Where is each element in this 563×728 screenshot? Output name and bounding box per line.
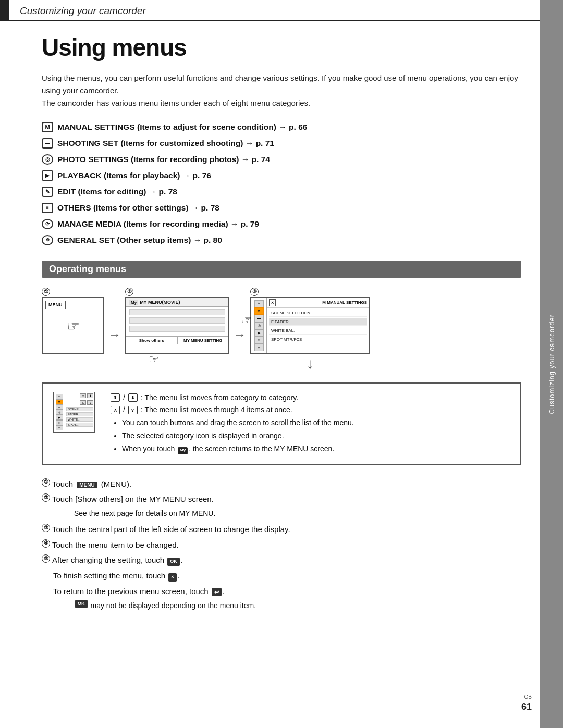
page-title: Using menus xyxy=(42,33,521,61)
mini-ctrl-up2: ∧ xyxy=(80,400,86,405)
instruction-2-sub: See the next page for details on MY MENU… xyxy=(53,508,521,521)
screen3-item: WHITE BAL. xyxy=(269,327,367,335)
diagram-step-3: ③ ^ M ▬ ◎ ▶ ≡ v xyxy=(250,287,370,372)
screen3-menu-list: × M MANUAL SETTINGS SCENE SELECTION F FA… xyxy=(267,298,369,353)
bullet-2: The selected category icon is displayed … xyxy=(122,429,510,442)
mini-ctrl-up: ⬆ xyxy=(80,393,86,398)
screen3-header: × M MANUAL SETTINGS xyxy=(267,298,369,308)
shooting-set-icon: ▬ xyxy=(42,138,53,149)
screen2-item xyxy=(129,309,225,315)
page-content: Using menus Using the menus, you can per… xyxy=(0,21,563,635)
screen3-item: SPOT MTR/FCS xyxy=(269,336,367,343)
step-circle-5: ⑤ xyxy=(42,554,50,563)
list-item: ▬ SHOOTING SET (Items for customized sho… xyxy=(42,135,521,151)
instruction-list: ① Touch MENU (MENU). ② Touch [Show other… xyxy=(42,477,521,613)
screen2-item xyxy=(129,326,225,332)
back-badge: ↩ xyxy=(212,588,222,596)
mini-ctrl-down2: ∨ xyxy=(87,400,93,405)
mini-cat-3: ◎ xyxy=(56,410,63,415)
step-circle-3: ③ xyxy=(42,524,50,532)
accent-bar xyxy=(0,0,9,21)
info-box-text: ⬆ / ⬇ : The menu list moves from categor… xyxy=(111,392,510,456)
arrow-1: → xyxy=(104,327,125,342)
screen2-header: MyMY MENU(MOVIE) xyxy=(126,298,228,307)
mini-cat-5: ≡ xyxy=(56,420,63,425)
instruction-3: ③ Touch the central part of the left sid… xyxy=(42,522,521,537)
mini-cat-2: ▬ xyxy=(56,404,63,410)
my-badge: My xyxy=(178,447,188,454)
info-line-2: ∧ / ∨ : The menu list moves through 4 it… xyxy=(111,404,510,416)
screen2-footer: Show others MY MENU SETTING xyxy=(126,336,228,344)
step-circle-2: ② xyxy=(42,493,50,502)
instructions: ① Touch MENU (MENU). ② Touch [Show other… xyxy=(42,477,521,613)
up-btn: ⬆ xyxy=(111,393,120,402)
page-number: 61 xyxy=(521,701,532,712)
list-item: ≡ OTHERS (Items for other settings) → p.… xyxy=(42,200,521,216)
mini-line-2: FADER xyxy=(66,412,93,416)
list-item: M MANUAL SETTINGS (Items to adjust for s… xyxy=(42,119,521,135)
diagram-step-1: ① MENU ☞ xyxy=(42,287,104,354)
cat-icon-5: ≡ xyxy=(254,337,264,344)
instruction-finish: To finish setting the menu, touch ×. xyxy=(42,569,521,583)
chapter-title: Customizing your camcorder xyxy=(9,0,563,21)
sidebar-label: Customizing your camcorder xyxy=(548,314,556,414)
mini-cat-m: M xyxy=(56,399,63,404)
instruction-note: OK may not be displayed depending on the… xyxy=(53,600,521,613)
screen3-items: SCENE SELECTION F FADER WHITE BAL. SPOT … xyxy=(267,308,369,353)
mini-cat-4: ▶ xyxy=(56,415,63,420)
mini-cat-1: ^ xyxy=(56,394,63,399)
mini-line-1: SCENE... xyxy=(66,407,93,411)
list-item: ⚙ GENERAL SET (Other setup items) → p. 8… xyxy=(42,232,521,248)
info-box: ^ M ▬ ◎ ▶ ≡ v ⬆ ⬇ ∧ ∨ xyxy=(42,382,521,465)
screen-3: ^ M ▬ ◎ ▶ ≡ v × M MANUAL SETTINGS xyxy=(250,297,370,354)
screen3-categories: ^ M ▬ ◎ ▶ ≡ v xyxy=(251,298,267,353)
list-item: ⟳ MANAGE MEDIA (Items for recording medi… xyxy=(42,216,521,232)
mini-controls-row: ⬆ ⬇ xyxy=(66,393,93,398)
mini-list: SCENE... FADER WHITE... SPOT... xyxy=(66,407,93,431)
mini-controls-row2: ∧ ∨ xyxy=(66,400,93,405)
others-icon: ≡ xyxy=(42,203,53,213)
screen3-item: F FADER xyxy=(269,318,367,326)
playback-icon: ▶ xyxy=(42,170,53,181)
x-badge: × xyxy=(168,573,176,582)
list-item: ▶ PLAYBACK (Items for playback) → p. 76 xyxy=(42,167,521,183)
bullet-3: When you touch My, the screen returns to… xyxy=(122,442,510,455)
menu-category-list: M MANUAL SETTINGS (Items to adjust for s… xyxy=(42,119,521,248)
cat-icon-m: M xyxy=(254,307,264,315)
cat-icon-6: v xyxy=(254,344,264,351)
next-btn: ∨ xyxy=(128,406,138,414)
instruction-4: ④ Touch the menu item to be changed. xyxy=(42,538,521,552)
menu-badge: MENU xyxy=(77,482,97,488)
step-circle-4: ④ xyxy=(42,539,50,548)
screen2-items xyxy=(126,307,228,334)
photo-settings-icon: ◎ xyxy=(42,154,53,165)
diagram-step-2: ② MyMY MENU(MOVIE) Show others MY MENU S… xyxy=(125,287,229,354)
screen-1: MENU ☞ xyxy=(42,297,104,354)
step-3-label: ③ xyxy=(250,287,259,296)
step-1-label: ① xyxy=(42,287,50,296)
prev-btn: ∧ xyxy=(111,406,120,414)
edit-icon: ✎ xyxy=(42,187,53,197)
hand-icon-1: ☞ xyxy=(67,317,80,335)
arrow-2: → xyxy=(229,327,250,342)
cat-icon-2: ▬ xyxy=(254,315,264,322)
mini-line-4: SPOT... xyxy=(66,423,93,427)
screen3-item: SCENE SELECTION xyxy=(269,310,367,317)
info-mini-categories: ^ M ▬ ◎ ▶ ≡ v xyxy=(54,392,65,432)
screen2-item xyxy=(129,317,225,324)
mini-cat-6: v xyxy=(56,425,63,430)
manage-media-icon: ⟳ xyxy=(42,219,53,229)
screen-2: MyMY MENU(MOVIE) Show others MY MENU SET… xyxy=(125,297,229,354)
info-bullets: You can touch buttons and drag the scree… xyxy=(122,416,510,456)
top-bar: Customizing your camcorder xyxy=(0,0,563,21)
show-others-btn: Show others xyxy=(126,337,178,344)
screen3-title: M MANUAL SETTINGS xyxy=(322,300,367,305)
step-circle-1: ① xyxy=(42,478,50,487)
cat-icon-1: ^ xyxy=(254,300,264,307)
sidebar-right: Customizing your camcorder xyxy=(540,0,563,728)
section-header: Operating menus xyxy=(42,261,521,278)
step-2-label: ② xyxy=(125,287,133,296)
my-menu-setting-btn: MY MENU SETTING xyxy=(178,337,229,344)
cat-icon-3: ◎ xyxy=(254,322,264,329)
list-item: ✎ EDIT (Items for editing) → p. 78 xyxy=(42,183,521,200)
